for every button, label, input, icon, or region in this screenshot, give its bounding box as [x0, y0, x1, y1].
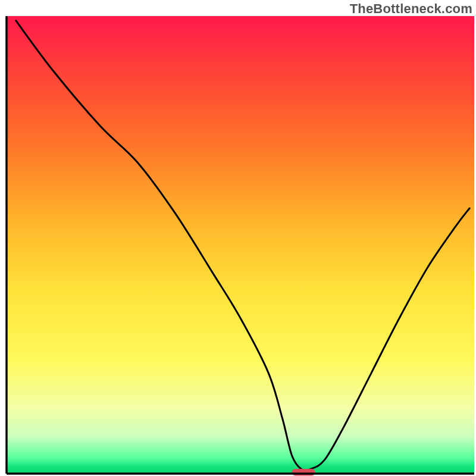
plot-background	[7, 16, 474, 474]
chart-stage: TheBottleneck.com	[0, 0, 476, 476]
chart-svg	[0, 0, 476, 476]
